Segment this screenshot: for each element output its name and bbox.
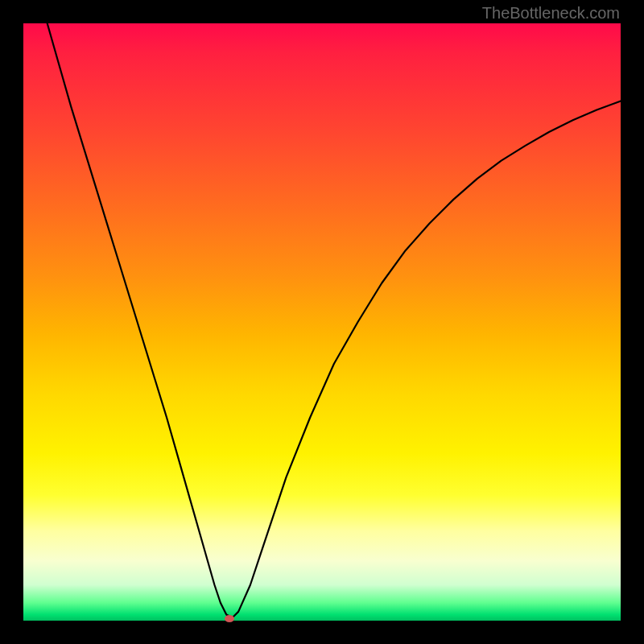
watermark-text: TheBottleneck.com bbox=[482, 4, 620, 23]
bottleneck-curve bbox=[23, 23, 621, 621]
frame-bottom bbox=[0, 621, 644, 644]
chart-container: TheBottleneck.com bbox=[0, 0, 644, 644]
frame-right bbox=[621, 0, 644, 644]
frame-left bbox=[0, 0, 23, 644]
